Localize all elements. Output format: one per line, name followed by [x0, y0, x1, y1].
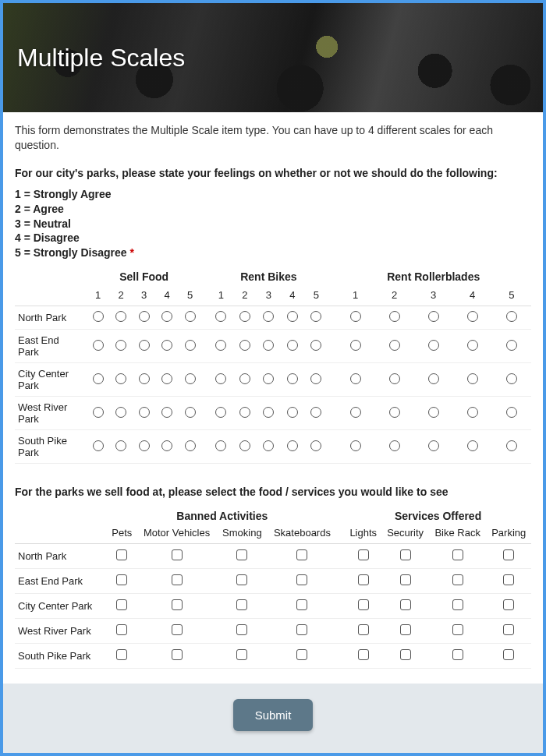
radio-option[interactable] — [115, 340, 126, 351]
checkbox[interactable] — [503, 649, 514, 660]
radio-option[interactable] — [389, 440, 400, 451]
radio-option[interactable] — [139, 407, 150, 418]
radio-option[interactable] — [310, 440, 321, 451]
radio-option[interactable] — [467, 311, 478, 322]
radio-option[interactable] — [506, 340, 517, 351]
checkbox[interactable] — [172, 574, 183, 585]
checkbox[interactable] — [296, 574, 307, 585]
checkbox[interactable] — [116, 649, 127, 660]
radio-option[interactable] — [185, 340, 196, 351]
checkbox[interactable] — [452, 624, 463, 635]
radio-option[interactable] — [428, 311, 439, 322]
radio-option[interactable] — [310, 407, 321, 418]
checkbox[interactable] — [503, 624, 514, 635]
radio-option[interactable] — [139, 340, 150, 351]
radio-option[interactable] — [115, 440, 126, 451]
checkbox[interactable] — [236, 624, 247, 635]
radio-option[interactable] — [93, 440, 104, 451]
radio-option[interactable] — [239, 407, 250, 418]
checkbox[interactable] — [358, 624, 369, 635]
radio-option[interactable] — [467, 407, 478, 418]
radio-option[interactable] — [263, 440, 274, 451]
radio-option[interactable] — [287, 311, 298, 322]
checkbox[interactable] — [358, 574, 369, 585]
checkbox[interactable] — [503, 574, 514, 585]
checkbox[interactable] — [296, 624, 307, 635]
radio-option[interactable] — [287, 440, 298, 451]
checkbox[interactable] — [503, 549, 514, 560]
checkbox[interactable] — [400, 599, 411, 610]
checkbox[interactable] — [116, 599, 127, 610]
radio-option[interactable] — [93, 407, 104, 418]
radio-option[interactable] — [350, 340, 361, 351]
radio-option[interactable] — [350, 440, 361, 451]
radio-option[interactable] — [506, 373, 517, 384]
radio-option[interactable] — [93, 340, 104, 351]
radio-option[interactable] — [161, 340, 172, 351]
radio-option[interactable] — [350, 407, 361, 418]
checkbox[interactable] — [400, 649, 411, 660]
radio-option[interactable] — [506, 440, 517, 451]
checkbox[interactable] — [236, 549, 247, 560]
radio-option[interactable] — [215, 340, 226, 351]
radio-option[interactable] — [185, 373, 196, 384]
radio-option[interactable] — [428, 340, 439, 351]
radio-option[interactable] — [93, 373, 104, 384]
radio-option[interactable] — [287, 407, 298, 418]
checkbox[interactable] — [116, 624, 127, 635]
checkbox[interactable] — [452, 649, 463, 660]
radio-option[interactable] — [467, 440, 478, 451]
radio-option[interactable] — [263, 340, 274, 351]
radio-option[interactable] — [263, 311, 274, 322]
radio-option[interactable] — [139, 440, 150, 451]
radio-option[interactable] — [115, 311, 126, 322]
radio-option[interactable] — [467, 373, 478, 384]
radio-option[interactable] — [239, 340, 250, 351]
radio-option[interactable] — [506, 311, 517, 322]
radio-option[interactable] — [310, 373, 321, 384]
radio-option[interactable] — [185, 311, 196, 322]
radio-option[interactable] — [185, 407, 196, 418]
radio-option[interactable] — [161, 407, 172, 418]
radio-option[interactable] — [161, 373, 172, 384]
radio-option[interactable] — [139, 373, 150, 384]
radio-option[interactable] — [215, 440, 226, 451]
radio-option[interactable] — [215, 373, 226, 384]
radio-option[interactable] — [506, 407, 517, 418]
radio-option[interactable] — [467, 340, 478, 351]
radio-option[interactable] — [428, 407, 439, 418]
radio-option[interactable] — [93, 311, 104, 322]
checkbox[interactable] — [358, 649, 369, 660]
radio-option[interactable] — [287, 340, 298, 351]
checkbox[interactable] — [116, 549, 127, 560]
checkbox[interactable] — [236, 649, 247, 660]
submit-button[interactable]: Submit — [233, 699, 314, 731]
radio-option[interactable] — [389, 373, 400, 384]
radio-option[interactable] — [350, 373, 361, 384]
radio-option[interactable] — [350, 311, 361, 322]
radio-option[interactable] — [161, 440, 172, 451]
checkbox[interactable] — [400, 574, 411, 585]
checkbox[interactable] — [172, 549, 183, 560]
checkbox[interactable] — [172, 599, 183, 610]
radio-option[interactable] — [263, 407, 274, 418]
checkbox[interactable] — [296, 599, 307, 610]
checkbox[interactable] — [296, 549, 307, 560]
radio-option[interactable] — [389, 340, 400, 351]
checkbox[interactable] — [296, 649, 307, 660]
checkbox[interactable] — [452, 599, 463, 610]
radio-option[interactable] — [389, 311, 400, 322]
radio-option[interactable] — [215, 311, 226, 322]
radio-option[interactable] — [389, 407, 400, 418]
radio-option[interactable] — [239, 373, 250, 384]
radio-option[interactable] — [161, 311, 172, 322]
checkbox[interactable] — [503, 599, 514, 610]
radio-option[interactable] — [310, 340, 321, 351]
radio-option[interactable] — [287, 373, 298, 384]
radio-option[interactable] — [263, 373, 274, 384]
radio-option[interactable] — [115, 373, 126, 384]
radio-option[interactable] — [428, 440, 439, 451]
radio-option[interactable] — [185, 440, 196, 451]
radio-option[interactable] — [215, 407, 226, 418]
checkbox[interactable] — [358, 549, 369, 560]
